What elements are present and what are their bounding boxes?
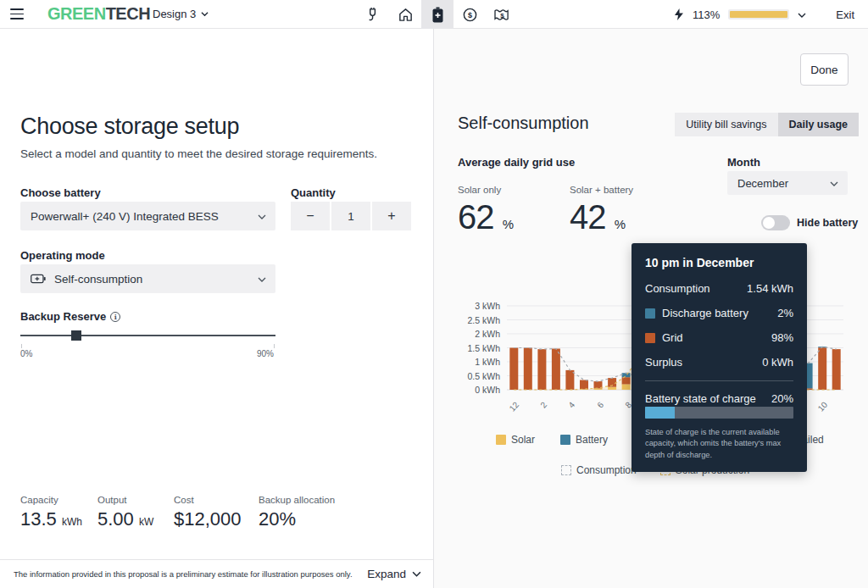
design-selector-label: Design 3 bbox=[153, 8, 196, 20]
backup-reserve-label: Backup Reservei bbox=[20, 310, 120, 323]
chevron-down-icon bbox=[830, 180, 837, 187]
quantity-stepper: − 1 + bbox=[291, 202, 411, 230]
menu-icon[interactable] bbox=[10, 8, 24, 19]
slider-handle[interactable] bbox=[71, 330, 81, 341]
metric-solar-only: Solar only 62 % bbox=[458, 185, 514, 236]
operating-mode-label: Operating mode bbox=[20, 249, 105, 262]
design-selector[interactable]: Design 3 bbox=[153, 8, 209, 20]
expand-button[interactable]: Expand bbox=[367, 568, 421, 580]
chevron-down-icon[interactable] bbox=[798, 11, 805, 19]
tooltip-soc-row: Battery state of charge20% bbox=[645, 392, 793, 405]
y-tick-label: 2.5 kWh bbox=[467, 315, 500, 325]
soc-progress-fill bbox=[645, 407, 675, 419]
stat-output: Output 5.00 kW bbox=[97, 495, 174, 530]
hide-battery-toggle[interactable] bbox=[761, 215, 790, 230]
grid-use-label: Average daily grid use bbox=[458, 156, 575, 169]
slider-tick-min bbox=[21, 344, 22, 348]
dollar-icon[interactable]: $ bbox=[453, 0, 486, 29]
y-tick-label: 1.5 kWh bbox=[467, 343, 500, 353]
battery-percent: 113% bbox=[693, 8, 720, 21]
nav-icons: $ $ bbox=[357, 0, 518, 29]
chevron-down-icon bbox=[258, 275, 265, 283]
disclaimer-text: The information provided in this proposa… bbox=[14, 569, 353, 579]
info-icon[interactable]: i bbox=[110, 312, 120, 322]
page-subtitle: Select a model and quantity to meet the … bbox=[20, 147, 377, 160]
chart-tooltip: 10 pm in December Consumption1.54 kWh Di… bbox=[632, 243, 807, 472]
quantity-decrease-button[interactable]: − bbox=[291, 202, 330, 230]
brand-part2: TECH bbox=[106, 4, 150, 23]
operating-mode-select[interactable]: Self-consumption bbox=[20, 264, 275, 293]
x-tick-label: 6 bbox=[589, 400, 605, 416]
battery-plus-icon bbox=[31, 274, 46, 284]
tooltip-divider bbox=[645, 380, 793, 381]
toggle-knob bbox=[763, 217, 775, 229]
view-tabs: Utility bill savings Daily usage bbox=[675, 113, 859, 136]
chevron-down-icon bbox=[412, 569, 421, 579]
quantity-value: 1 bbox=[331, 202, 370, 230]
top-bar: GREENTECH Design 3 $ $ 113% Exit bbox=[0, 0, 868, 29]
grid-swatch bbox=[645, 333, 655, 343]
slider-min-label: 0% bbox=[20, 349, 32, 358]
bolt-icon bbox=[674, 8, 684, 20]
hide-battery-row: Hide battery bbox=[761, 215, 858, 230]
y-tick-label: 1 kWh bbox=[475, 357, 500, 367]
stat-backup-allocation: Backup allocation 20% bbox=[259, 495, 360, 530]
svg-text:$: $ bbox=[500, 11, 504, 19]
tooltip-title: 10 pm in December bbox=[645, 256, 793, 269]
tooltip-row-consumption: Consumption1.54 kWh bbox=[645, 282, 793, 295]
slider-track[interactable] bbox=[20, 335, 275, 336]
tooltip-note: State of charge is the current available… bbox=[645, 427, 793, 461]
svg-text:$: $ bbox=[467, 10, 471, 19]
metric-solar-battery: Solar + battery 42 % bbox=[570, 185, 633, 236]
legend-battery: Battery bbox=[560, 434, 608, 446]
done-button[interactable]: Done bbox=[800, 53, 849, 86]
tooltip-row-grid: Grid98% bbox=[645, 331, 793, 344]
x-tick-label: 4 bbox=[561, 400, 577, 416]
home-icon[interactable] bbox=[389, 0, 421, 29]
brand-logo: GREENTECH bbox=[47, 4, 150, 24]
hide-battery-label: Hide battery bbox=[797, 217, 858, 229]
month-label: Month bbox=[727, 156, 760, 169]
x-tick-label: 8 bbox=[617, 400, 633, 416]
legend-consumption: Consumption bbox=[561, 464, 637, 476]
battery-swatch bbox=[560, 435, 570, 445]
battery-progress-track bbox=[728, 9, 789, 19]
tab-daily-usage[interactable]: Daily usage bbox=[778, 113, 859, 136]
exit-button[interactable]: Exit bbox=[836, 8, 854, 21]
stat-cost: Cost $12,000 bbox=[174, 495, 259, 530]
x-tick-label: 12 bbox=[505, 400, 521, 416]
battery-select[interactable]: Powerwall+ (240 V) Integrated BESS bbox=[20, 202, 275, 230]
brand-part1: GREEN bbox=[47, 4, 106, 23]
battery-status: 113% Exit bbox=[674, 0, 854, 29]
tooltip-row-surplus: Surplus0 kWh bbox=[645, 356, 793, 369]
soc-progress-track bbox=[645, 407, 793, 419]
slider-max-label: 90% bbox=[257, 349, 274, 358]
solar-swatch bbox=[496, 435, 506, 445]
backup-reserve-slider[interactable] bbox=[20, 327, 275, 352]
y-tick-label: 0.5 kWh bbox=[467, 371, 500, 381]
battery-progress-fill bbox=[730, 11, 787, 18]
operating-mode-value: Self-consumption bbox=[54, 273, 142, 286]
slider-tick-max bbox=[274, 344, 275, 348]
battery-icon[interactable] bbox=[421, 0, 453, 29]
y-tick-label: 2 kWh bbox=[475, 329, 500, 339]
battery-swatch bbox=[645, 308, 655, 319]
tab-utility-bill-savings[interactable]: Utility bill savings bbox=[675, 113, 777, 136]
panel-title: Self-consumption bbox=[458, 114, 589, 133]
page-title: Choose storage setup bbox=[20, 114, 239, 140]
month-select[interactable]: December bbox=[727, 171, 848, 195]
storage-setup-panel: Choose storage setup Select a model and … bbox=[0, 29, 434, 559]
legend-solar: Solar bbox=[496, 434, 535, 446]
incentives-icon[interactable]: $ bbox=[486, 0, 518, 29]
chevron-down-icon bbox=[201, 10, 209, 18]
stat-capacity: Capacity 13.5 kWh bbox=[20, 495, 97, 530]
x-tick-label: 10 bbox=[813, 400, 829, 416]
month-select-value: December bbox=[737, 177, 788, 190]
system-stats: Capacity 13.5 kWh Output 5.00 kW Cost $1… bbox=[20, 495, 419, 530]
choose-battery-label: Choose battery bbox=[20, 186, 101, 199]
quantity-increase-button[interactable]: + bbox=[372, 202, 411, 230]
tooltip-row-discharge-battery: Discharge battery2% bbox=[645, 307, 793, 319]
y-tick-label: 0 kWh bbox=[475, 385, 500, 395]
ev-charger-icon[interactable] bbox=[357, 0, 389, 29]
chevron-down-icon bbox=[258, 213, 265, 220]
